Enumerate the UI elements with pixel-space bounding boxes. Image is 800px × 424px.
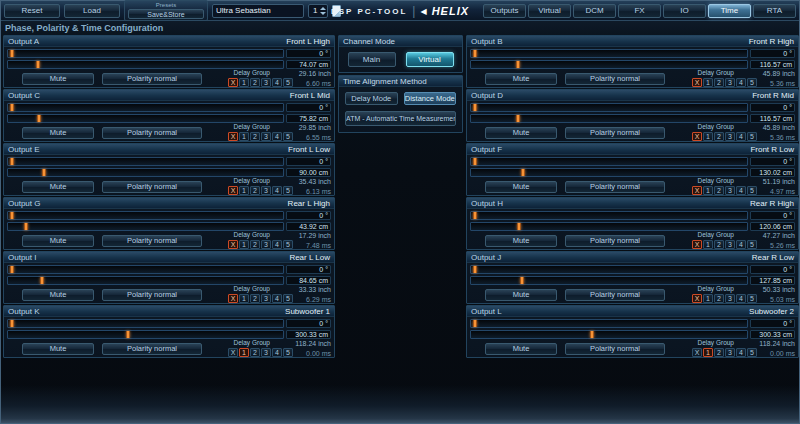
mute-button[interactable]: Mute	[22, 181, 94, 193]
mute-button[interactable]: Mute	[22, 235, 94, 247]
delay-group-4-button[interactable]: 4	[272, 78, 282, 87]
distance-marker[interactable]	[521, 169, 525, 176]
delay-group-x-button[interactable]: X	[692, 294, 702, 303]
delay-group-x-button[interactable]: X	[228, 294, 238, 303]
nav-virtual-button[interactable]: Virtual	[528, 4, 571, 18]
delay-group-4-button[interactable]: 4	[736, 186, 746, 195]
distance-slider[interactable]	[470, 60, 748, 69]
distance-slider[interactable]	[470, 222, 748, 231]
nav-fx-button[interactable]: FX	[618, 4, 661, 18]
delay-group-3-button[interactable]: 3	[261, 240, 271, 249]
delay-group-x-button[interactable]: X	[228, 78, 238, 87]
delay-group-1-button[interactable]: 1	[239, 186, 249, 195]
delay-group-4-button[interactable]: 4	[736, 132, 746, 141]
nav-dcm-button[interactable]: DCM	[573, 4, 616, 18]
delay-group-1-button[interactable]: 1	[239, 78, 249, 87]
preset-number-spinner[interactable]: 1	[308, 4, 328, 18]
polarity-button[interactable]: Polarity normal	[565, 235, 665, 247]
phase-slider[interactable]	[7, 211, 284, 220]
delay-group-2-button[interactable]: 2	[714, 294, 724, 303]
mute-button[interactable]: Mute	[22, 73, 94, 85]
delay-group-4-button[interactable]: 4	[736, 240, 746, 249]
delay-group-1-button[interactable]: 1	[239, 240, 249, 249]
delay-group-1-button[interactable]: 1	[703, 186, 713, 195]
delay-group-x-button[interactable]: X	[692, 186, 702, 195]
mute-button[interactable]: Mute	[485, 343, 557, 355]
mute-button[interactable]: Mute	[22, 343, 94, 355]
delay-group-1-button[interactable]: 1	[703, 294, 713, 303]
delay-group-3-button[interactable]: 3	[261, 348, 271, 357]
delay-group-x-button[interactable]: X	[692, 348, 702, 357]
distance-slider[interactable]	[470, 114, 748, 123]
distance-marker[interactable]	[36, 61, 40, 68]
channel-mode-virtual-button[interactable]: Virtual	[406, 52, 454, 67]
mute-button[interactable]: Mute	[22, 289, 94, 301]
distance-marker[interactable]	[24, 223, 28, 230]
mute-button[interactable]: Mute	[485, 127, 557, 139]
delay-group-4-button[interactable]: 4	[736, 78, 746, 87]
delay-group-2-button[interactable]: 2	[250, 240, 260, 249]
phase-slider[interactable]	[7, 157, 284, 166]
atm-button[interactable]: ATM - Automatic Time Measurement	[345, 111, 456, 126]
delay-mode-button[interactable]: Delay Mode	[345, 92, 398, 105]
delay-group-2-button[interactable]: 2	[250, 294, 260, 303]
reset-button[interactable]: Reset	[4, 4, 60, 18]
phase-marker[interactable]	[473, 104, 477, 111]
delay-group-4-button[interactable]: 4	[272, 294, 282, 303]
phase-marker[interactable]	[10, 320, 14, 327]
polarity-button[interactable]: Polarity normal	[102, 289, 202, 301]
delay-group-4-button[interactable]: 4	[272, 186, 282, 195]
delay-group-x-button[interactable]: X	[228, 348, 238, 357]
delay-group-4-button[interactable]: 4	[272, 348, 282, 357]
delay-group-2-button[interactable]: 2	[714, 132, 724, 141]
phase-marker[interactable]	[10, 266, 14, 273]
delay-group-3-button[interactable]: 3	[725, 348, 735, 357]
distance-slider[interactable]	[470, 330, 748, 339]
delay-group-x-button[interactable]: X	[692, 240, 702, 249]
delay-group-4-button[interactable]: 4	[736, 348, 746, 357]
nav-rta-button[interactable]: RTA	[753, 4, 796, 18]
distance-marker[interactable]	[37, 115, 41, 122]
delay-group-x-button[interactable]: X	[228, 186, 238, 195]
nav-time-button[interactable]: Time	[708, 4, 751, 18]
distance-slider[interactable]	[7, 330, 284, 339]
delay-group-2-button[interactable]: 2	[714, 78, 724, 87]
channel-mode-main-button[interactable]: Main	[348, 52, 396, 67]
delay-group-x-button[interactable]: X	[228, 132, 238, 141]
phase-slider[interactable]	[470, 49, 748, 58]
polarity-button[interactable]: Polarity normal	[565, 181, 665, 193]
phase-slider[interactable]	[470, 211, 748, 220]
polarity-button[interactable]: Polarity normal	[565, 343, 665, 355]
distance-marker[interactable]	[126, 331, 130, 338]
delay-group-1-button[interactable]: 1	[239, 132, 249, 141]
phase-slider[interactable]	[470, 103, 748, 112]
phase-slider[interactable]	[7, 103, 284, 112]
nav-outputs-button[interactable]: Outputs	[483, 4, 526, 18]
distance-slider[interactable]	[7, 168, 284, 177]
phase-marker[interactable]	[10, 212, 14, 219]
polarity-button[interactable]: Polarity normal	[102, 343, 202, 355]
delay-group-3-button[interactable]: 3	[261, 132, 271, 141]
phase-slider[interactable]	[470, 157, 748, 166]
delay-group-x-button[interactable]: X	[228, 240, 238, 249]
delay-group-3-button[interactable]: 3	[261, 78, 271, 87]
mute-button[interactable]: Mute	[485, 73, 557, 85]
phase-marker[interactable]	[473, 158, 477, 165]
distance-marker[interactable]	[42, 169, 46, 176]
nav-io-button[interactable]: IO	[663, 4, 706, 18]
delay-group-1-button[interactable]: 1	[703, 132, 713, 141]
polarity-button[interactable]: Polarity normal	[102, 181, 202, 193]
distance-marker[interactable]	[40, 277, 44, 284]
delay-group-2-button[interactable]: 2	[250, 78, 260, 87]
distance-marker[interactable]	[516, 61, 520, 68]
distance-slider[interactable]	[470, 276, 748, 285]
phase-slider[interactable]	[7, 319, 284, 328]
delay-group-3-button[interactable]: 3	[725, 78, 735, 87]
delay-group-3-button[interactable]: 3	[725, 186, 735, 195]
phase-slider[interactable]	[470, 319, 748, 328]
delay-group-2-button[interactable]: 2	[250, 186, 260, 195]
phase-slider[interactable]	[7, 49, 284, 58]
polarity-button[interactable]: Polarity normal	[102, 235, 202, 247]
delay-group-2-button[interactable]: 2	[714, 348, 724, 357]
polarity-button[interactable]: Polarity normal	[102, 127, 202, 139]
